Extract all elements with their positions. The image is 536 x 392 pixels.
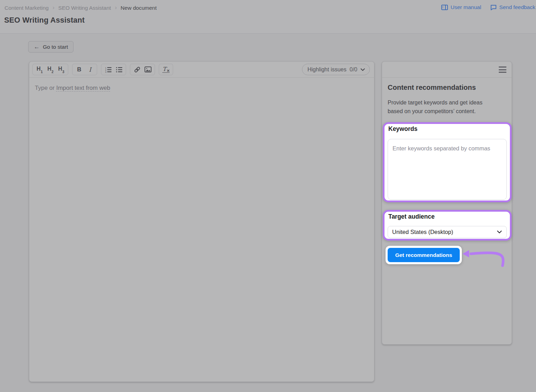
heading3-button[interactable]: H3: [56, 64, 67, 75]
highlight-issues-label: Highlight issues: [308, 66, 347, 73]
bullet-list-button[interactable]: [114, 64, 124, 75]
highlight-issues-dropdown[interactable]: Highlight issues 0/0: [302, 64, 370, 75]
heading-buttons-group: H1 H2 H3: [32, 64, 68, 75]
insert-buttons-group: [130, 64, 155, 75]
feedback-bubble-icon: [490, 5, 497, 10]
header-links: User manual Send feedback: [441, 4, 535, 10]
go-to-start-button[interactable]: ← Go to start: [28, 41, 73, 53]
insert-link-button[interactable]: [132, 64, 142, 75]
editor-text-area[interactable]: Type or Import text from web: [29, 78, 374, 99]
breadcrumb-item-seo-writing-assistant[interactable]: SEO Writing Assistant: [58, 5, 111, 11]
page-title: SEO Writing Assistant: [4, 16, 85, 25]
text-style-buttons-group: B I: [72, 64, 97, 75]
bullet-list-icon: [116, 66, 123, 73]
highlight-issues-count: 0/0: [350, 66, 357, 73]
chevron-down-icon: [497, 230, 502, 234]
target-audience-selected-value: United States (Desktop): [392, 229, 453, 235]
target-audience-select[interactable]: United States (Desktop): [388, 226, 507, 238]
panel-title: Content recommendations: [388, 84, 476, 92]
breadcrumb-separator-icon: ›: [53, 5, 55, 11]
link-icon: [134, 66, 141, 73]
target-audience-label: Target audience: [388, 213, 435, 220]
chevron-down-icon: [360, 68, 365, 71]
import-text-from-web-link[interactable]: Import text from web: [56, 85, 110, 92]
bold-button[interactable]: B: [74, 64, 85, 75]
ordered-list-button[interactable]: 1 2 3: [103, 64, 114, 75]
editor-placeholder: Type or: [35, 85, 56, 91]
get-recommendations-highlight: Get recommendations: [386, 246, 462, 264]
target-audience-section: Target audience United States (Desktop): [383, 210, 512, 241]
clear-formatting-button[interactable]: T✕: [161, 64, 171, 75]
panel-menu-icon[interactable]: [499, 66, 506, 73]
clear-formatting-group: T✕: [159, 64, 173, 75]
back-arrow-icon: ←: [34, 44, 40, 50]
image-icon: [145, 66, 152, 72]
editor-toolbar: H1 H2 H3 B I 1 2 3: [29, 62, 374, 78]
send-feedback-link[interactable]: Send feedback: [490, 4, 535, 10]
list-buttons-group: 1 2 3: [101, 64, 126, 75]
breadcrumb-item-new-document: New document: [121, 5, 156, 11]
panel-description: Provide target keywords and get ideas ba…: [388, 98, 496, 116]
user-manual-label: User manual: [451, 4, 481, 10]
breadcrumb-separator-icon: ›: [115, 5, 117, 11]
go-to-start-label: Go to start: [43, 44, 68, 50]
breadcrumb-item-content-marketing[interactable]: Content Marketing: [5, 5, 49, 11]
svg-text:3: 3: [105, 71, 107, 73]
document-editor: H1 H2 H3 B I 1 2 3: [29, 61, 374, 382]
heading1-button[interactable]: H1: [34, 64, 45, 75]
send-feedback-label: Send feedback: [499, 4, 535, 10]
content-recommendations-panel: Content recommendations Provide target k…: [382, 61, 512, 345]
page-header: Content Marketing › SEO Writing Assistan…: [0, 0, 536, 34]
get-recommendations-button[interactable]: Get recommendations: [388, 248, 460, 262]
panel-header: [382, 62, 512, 78]
keywords-section: Keywords: [383, 122, 512, 202]
book-icon: [441, 5, 448, 10]
keywords-label: Keywords: [388, 125, 418, 133]
ordered-list-icon: 1 2 3: [105, 66, 112, 73]
insert-image-button[interactable]: [142, 64, 153, 75]
italic-button[interactable]: I: [85, 64, 95, 75]
heading2-button[interactable]: H2: [45, 64, 56, 75]
breadcrumb: Content Marketing › SEO Writing Assistan…: [5, 5, 157, 11]
keywords-input[interactable]: [388, 139, 507, 200]
user-manual-link[interactable]: User manual: [441, 4, 481, 10]
